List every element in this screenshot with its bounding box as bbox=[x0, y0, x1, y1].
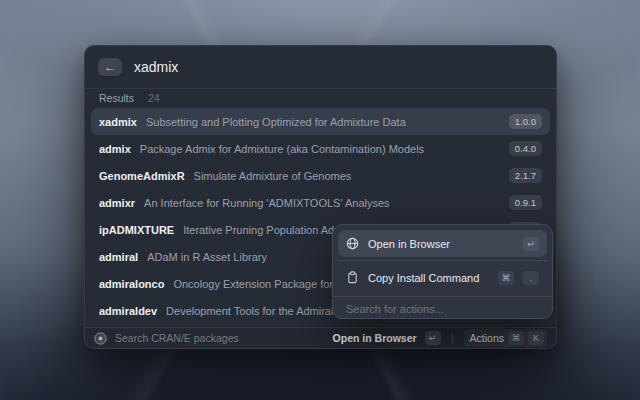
version-badge: 2.1.7 bbox=[509, 168, 542, 183]
version-badge: 0.4.0 bbox=[509, 141, 542, 156]
crane-logo-icon bbox=[94, 332, 107, 345]
package-description: Package Admix for Admixture (aka Contami… bbox=[140, 143, 424, 155]
actions-menu: Open in Browser ↵ Copy Install Command ⌘… bbox=[333, 225, 552, 293]
results-label: Results bbox=[99, 92, 134, 104]
list-item[interactable]: xadmix Subsetting and Plotting Optimized… bbox=[91, 108, 550, 135]
menu-item-label: Copy Install Command bbox=[368, 272, 489, 284]
package-name: admiraldev bbox=[99, 305, 157, 317]
globe-icon bbox=[346, 237, 359, 250]
actions-button[interactable]: Actions ⌘ K bbox=[464, 329, 547, 347]
package-name: ipADMIXTURE bbox=[99, 224, 174, 236]
package-name: GenomeAdmixR bbox=[99, 170, 185, 182]
package-name: admixr bbox=[99, 197, 135, 209]
actions-label: Actions bbox=[470, 332, 504, 344]
menu-divider bbox=[338, 260, 547, 261]
actions-popup: Open in Browser ↵ Copy Install Command ⌘… bbox=[332, 224, 553, 319]
back-button[interactable]: ← bbox=[98, 58, 122, 76]
results-bar: Results 24 bbox=[85, 89, 556, 107]
menu-item-open-in-browser[interactable]: Open in Browser ↵ bbox=[338, 230, 547, 257]
footer-divider bbox=[452, 333, 453, 344]
list-item[interactable]: admixr An Interface for Running 'ADMIXTO… bbox=[91, 189, 550, 216]
package-name: admiralonco bbox=[99, 278, 164, 290]
package-description: ADaM in R Asset Library bbox=[147, 251, 267, 263]
period-key-icon: . bbox=[523, 271, 539, 285]
search-header: ← bbox=[85, 46, 556, 89]
actions-search-input[interactable] bbox=[344, 302, 541, 316]
package-description: Subsetting and Plotting Optimized for Ad… bbox=[146, 116, 406, 128]
search-input[interactable] bbox=[134, 59, 543, 75]
list-item[interactable]: admix Package Admix for Admixture (aka C… bbox=[91, 135, 550, 162]
footer-bar: Search CRAN/E packages Open in Browser ↵… bbox=[85, 327, 556, 348]
package-name: admix bbox=[99, 143, 131, 155]
menu-item-label: Open in Browser bbox=[368, 238, 514, 250]
k-key-icon: K bbox=[528, 331, 544, 345]
menu-divider bbox=[333, 296, 552, 297]
menu-item-copy-install-command[interactable]: Copy Install Command ⌘ . bbox=[338, 264, 547, 291]
package-description: An Interface for Running 'ADMIXTOOLS' An… bbox=[144, 197, 390, 209]
actions-search bbox=[333, 300, 552, 318]
open-in-browser-action[interactable]: Open in Browser bbox=[333, 332, 417, 344]
back-arrow-icon: ← bbox=[104, 60, 116, 74]
package-description: Simulate Admixture of Genomes bbox=[194, 170, 352, 182]
footer-search-hint: Search CRAN/E packages bbox=[115, 332, 325, 344]
command-key-icon: ⌘ bbox=[498, 271, 514, 285]
results-count: 24 bbox=[148, 92, 160, 104]
command-key-icon: ⌘ bbox=[508, 331, 524, 345]
package-name: xadmix bbox=[99, 116, 137, 128]
clipboard-icon bbox=[346, 271, 359, 284]
return-key-icon: ↵ bbox=[425, 331, 441, 345]
version-badge: 1.0.0 bbox=[509, 114, 542, 129]
list-item[interactable]: GenomeAdmixR Simulate Admixture of Genom… bbox=[91, 162, 550, 189]
package-name: admiral bbox=[99, 251, 138, 263]
return-key-icon: ↵ bbox=[523, 237, 539, 251]
version-badge: 0.9.1 bbox=[509, 195, 542, 210]
